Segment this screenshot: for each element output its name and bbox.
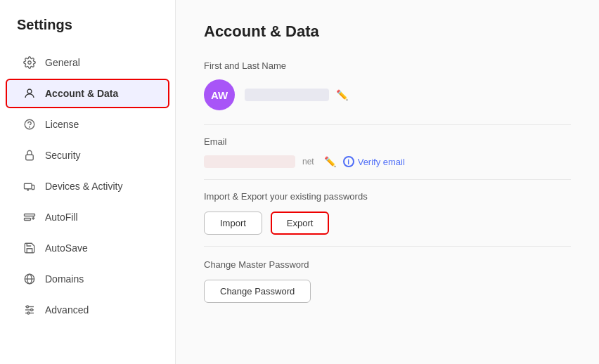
sidebar-item-advanced[interactable]: Advanced [6, 295, 169, 325]
change-master-pw-label: Change Master Password [204, 259, 571, 270]
domains-icon [22, 272, 37, 286]
import-button[interactable]: Import [204, 212, 262, 235]
svg-point-17 [27, 312, 30, 314]
sidebar-item-label-domains: Domains [45, 273, 84, 285]
name-blurred [245, 89, 329, 101]
svg-point-16 [31, 309, 33, 311]
sidebar-item-security[interactable]: Security [6, 141, 169, 170]
svg-rect-4 [26, 155, 34, 160]
sidebar-item-devices-activity[interactable]: Devices & Activity [6, 171, 169, 201]
name-display: ✏️ [245, 89, 348, 101]
autosave-icon [22, 241, 37, 255]
email-edit-icon[interactable]: ✏️ [324, 156, 336, 167]
sidebar-item-autofill[interactable]: AutoFill [6, 202, 169, 232]
import-export-label: Import & Export your existing passwords [204, 191, 571, 202]
verify-info-icon: i [343, 156, 354, 167]
verify-email-label: Verify email [358, 157, 405, 167]
gear-icon [22, 56, 37, 70]
security-icon [22, 148, 37, 162]
sidebar-item-account-data[interactable]: Account & Data [6, 79, 169, 108]
change-password-button[interactable]: Change Password [204, 280, 311, 303]
main-content: Account & Data First and Last Name AW ✏️… [176, 0, 599, 364]
sidebar: Settings General Account & Data Lic [0, 0, 176, 364]
sidebar-item-label-autofill: AutoFill [45, 212, 78, 223]
license-icon [22, 117, 37, 131]
divider-2 [204, 179, 571, 180]
sidebar-item-label-general: General [45, 57, 80, 68]
svg-rect-8 [25, 219, 31, 221]
autofill-icon [22, 210, 37, 224]
svg-point-6 [27, 190, 29, 191]
svg-point-3 [30, 126, 30, 127]
email-blurred [204, 155, 295, 168]
page-title: Account & Data [204, 22, 571, 41]
divider-1 [204, 124, 571, 125]
account-icon [22, 86, 37, 100]
import-export-buttons: Import Export [204, 212, 571, 235]
sidebar-item-label-account-data: Account & Data [45, 88, 118, 99]
svg-point-0 [28, 61, 32, 65]
divider-3 [204, 246, 571, 247]
sidebar-item-label-license: License [45, 119, 79, 130]
name-row: AW ✏️ [204, 79, 571, 110]
sidebar-item-label-security: Security [45, 150, 81, 161]
advanced-icon [22, 303, 37, 317]
svg-rect-7 [25, 214, 35, 216]
svg-rect-5 [25, 183, 32, 189]
first-last-name-label: First and Last Name [204, 60, 571, 71]
verify-email-button[interactable]: i Verify email [343, 156, 405, 167]
export-button[interactable]: Export [271, 212, 330, 235]
svg-point-1 [27, 89, 32, 93]
sidebar-item-label-devices: Devices & Activity [45, 181, 122, 192]
email-suffix: net [302, 157, 314, 167]
name-edit-icon[interactable]: ✏️ [336, 89, 348, 100]
sidebar-title: Settings [0, 17, 175, 47]
svg-point-15 [27, 306, 29, 308]
email-row: net ✏️ i Verify email [204, 155, 571, 168]
email-label: Email [204, 136, 571, 147]
sidebar-item-domains[interactable]: Domains [6, 264, 169, 294]
change-pw-buttons: Change Password [204, 280, 571, 303]
avatar: AW [204, 79, 235, 110]
sidebar-item-label-autosave: AutoSave [45, 242, 88, 254]
sidebar-item-license[interactable]: License [6, 110, 169, 139]
devices-icon [22, 179, 37, 193]
sidebar-item-label-advanced: Advanced [45, 304, 89, 316]
sidebar-item-general[interactable]: General [6, 48, 169, 77]
sidebar-item-autosave[interactable]: AutoSave [6, 233, 169, 263]
